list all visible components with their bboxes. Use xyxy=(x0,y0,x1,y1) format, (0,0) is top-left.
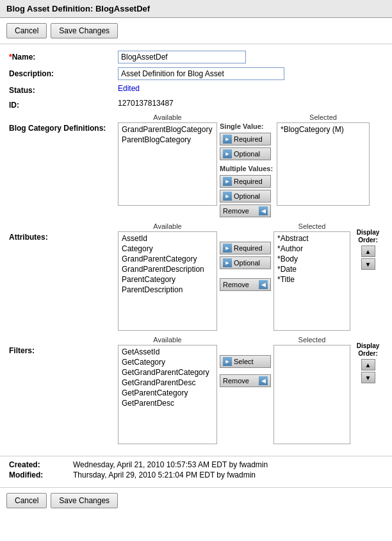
multiple-values-label: Multiple Values: xyxy=(220,165,273,172)
name-row: *Name: xyxy=(9,51,383,63)
bottom-toolbar: Cancel Save Changes xyxy=(0,487,392,513)
list-item[interactable]: ParentCategory xyxy=(120,274,215,285)
filters-display-order-label: Display Order: xyxy=(353,342,383,358)
blog-category-selected-header: Selected xyxy=(277,113,370,121)
description-input[interactable] xyxy=(118,67,284,80)
filters-available-list[interactable]: GetAssetId GetCategory GetGrandParentCat… xyxy=(118,345,217,444)
single-required-button[interactable]: ► Required xyxy=(220,133,271,146)
arrow-icon: ► xyxy=(223,258,232,267)
list-item[interactable]: GrandParentDescription xyxy=(120,264,215,274)
attributes-section: Attributes: Available AssetId Category G… xyxy=(9,222,383,331)
filters-selected: Selected xyxy=(274,336,350,444)
filters-selected-list[interactable] xyxy=(274,345,350,444)
multi-optional-button[interactable]: ► Optional xyxy=(220,190,271,203)
name-input[interactable] xyxy=(118,51,246,63)
multi-required-button[interactable]: ► Required xyxy=(220,175,271,188)
attributes-label: Attributes: xyxy=(9,222,118,242)
list-item[interactable]: GetParentCategory xyxy=(120,388,215,398)
status-value: Edited xyxy=(118,84,383,93)
list-item[interactable]: GetParentDesc xyxy=(120,398,215,408)
attr-optional-button[interactable]: ► Optional xyxy=(220,256,271,269)
filters-content: Available GetAssetId GetCategory GetGran… xyxy=(118,336,383,444)
list-item[interactable]: *BlogCategory (M) xyxy=(279,124,368,135)
name-label: *Name: xyxy=(9,51,118,62)
list-item[interactable]: AssetId xyxy=(120,233,215,244)
filters-section: Filters: Available GetAssetId GetCategor… xyxy=(9,336,383,444)
list-item[interactable]: GetAssetId xyxy=(120,347,215,357)
order-down-button[interactable]: ▼ xyxy=(361,258,375,270)
form-body: *Name: Description: Status: Edited ID: 1… xyxy=(0,44,392,456)
blog-category-controls: Single Value: ► Required ► Optional Mult… xyxy=(220,113,274,217)
filters-available-header: Available xyxy=(118,336,217,344)
attr-required-button[interactable]: ► Required xyxy=(220,242,271,254)
filter-select-button[interactable]: ► Select xyxy=(220,355,271,368)
list-item[interactable]: GrandParentBlogCategory xyxy=(120,124,215,135)
single-optional-button[interactable]: ► Optional xyxy=(220,147,271,160)
id-label: ID: xyxy=(9,99,118,110)
attr-remove-button[interactable]: Remove ◀ xyxy=(220,278,271,291)
filter-order-down-button[interactable]: ▼ xyxy=(361,372,375,383)
attributes-selected: Selected *Abstract *Author *Body *Date *… xyxy=(274,222,350,331)
modified-label: Modified: xyxy=(9,470,73,479)
name-value xyxy=(118,51,383,63)
blog-category-available-list[interactable]: GrandParentBlogCategory ParentBlogCatego… xyxy=(118,122,217,206)
list-item[interactable]: *Abstract xyxy=(275,233,348,244)
attributes-available-header: Available xyxy=(118,222,217,230)
attributes-selected-list[interactable]: *Abstract *Author *Body *Date *Title xyxy=(274,231,350,331)
list-item[interactable]: ParentDescription xyxy=(120,285,215,295)
list-item[interactable]: GetGrandParentCategory xyxy=(120,367,215,378)
list-item[interactable]: *Title xyxy=(275,274,348,285)
filter-order-up-button[interactable]: ▲ xyxy=(361,359,375,370)
attributes-selected-header: Selected xyxy=(274,222,350,230)
cancel-button-bottom[interactable]: Cancel xyxy=(6,493,47,508)
save-button-top[interactable]: Save Changes xyxy=(51,23,118,38)
arrow-icon: ► xyxy=(223,135,232,144)
order-up-button[interactable]: ▲ xyxy=(361,246,375,257)
blog-category-selected: Selected *BlogCategory (M) xyxy=(277,113,370,217)
created-row: Created: Wednesday, April 21, 2010 10:57… xyxy=(9,460,383,469)
list-item[interactable]: *Author xyxy=(275,244,348,254)
created-label: Created: xyxy=(9,460,73,469)
arrow-icon: ► xyxy=(223,192,232,201)
arrow-icon: ► xyxy=(223,149,232,158)
filters-label: Filters: xyxy=(9,336,118,355)
created-value: Wednesday, April 21, 2010 10:57:53 AM ED… xyxy=(73,460,268,469)
description-row: Description: xyxy=(9,67,383,80)
id-row: ID: 1270137813487 xyxy=(9,99,383,110)
filters-panel: Available GetAssetId GetCategory GetGran… xyxy=(118,336,383,444)
cancel-button-top[interactable]: Cancel xyxy=(6,23,47,38)
attributes-available-list[interactable]: AssetId Category GrandParentCategory Gra… xyxy=(118,231,217,331)
filter-remove-button[interactable]: Remove ◀ xyxy=(220,374,271,387)
list-item[interactable]: ParentBlogCategory xyxy=(120,135,215,145)
blog-category-available-header: Available xyxy=(118,113,217,121)
status-label: Status: xyxy=(9,84,118,95)
filters-controls: ► Select Remove ◀ xyxy=(220,336,271,444)
list-item[interactable]: GrandParentCategory xyxy=(120,254,215,264)
attributes-content: Available AssetId Category GrandParentCa… xyxy=(118,222,383,331)
blog-category-content: Available GrandParentBlogCategory Parent… xyxy=(118,113,383,217)
list-item[interactable]: *Body xyxy=(275,254,348,264)
remove-arrow-icon: ◀ xyxy=(259,280,268,289)
attributes-available: Available AssetId Category GrandParentCa… xyxy=(118,222,217,331)
description-label: Description: xyxy=(9,67,118,78)
remove-arrow-icon: ◀ xyxy=(259,376,268,385)
blog-category-selected-list[interactable]: *BlogCategory (M) xyxy=(277,122,370,206)
blog-category-remove-button[interactable]: Remove ◀ xyxy=(220,204,271,217)
description-value xyxy=(118,67,383,80)
save-button-bottom[interactable]: Save Changes xyxy=(51,493,118,508)
arrow-icon: ► xyxy=(223,244,232,253)
list-item[interactable]: GetCategory xyxy=(120,357,215,367)
filters-selected-header: Selected xyxy=(274,336,350,344)
list-item[interactable]: *Date xyxy=(275,264,348,274)
id-value: 1270137813487 xyxy=(118,99,383,108)
list-item[interactable]: GetGrandParentDesc xyxy=(120,378,215,388)
attributes-controls: ► Required ► Optional Remove ◀ xyxy=(220,222,271,331)
arrow-icon: ► xyxy=(223,357,232,366)
filters-display-order: Display Order: ▲ ▼ xyxy=(353,336,383,444)
blog-category-panel: Available GrandParentBlogCategory Parent… xyxy=(118,113,383,217)
page-title: Blog Asset Definition: BlogAssetDef xyxy=(0,0,392,18)
remove-arrow-icon: ◀ xyxy=(259,206,268,215)
arrow-icon: ► xyxy=(223,177,232,186)
top-toolbar: Cancel Save Changes xyxy=(0,18,392,44)
list-item[interactable]: Category xyxy=(120,244,215,254)
